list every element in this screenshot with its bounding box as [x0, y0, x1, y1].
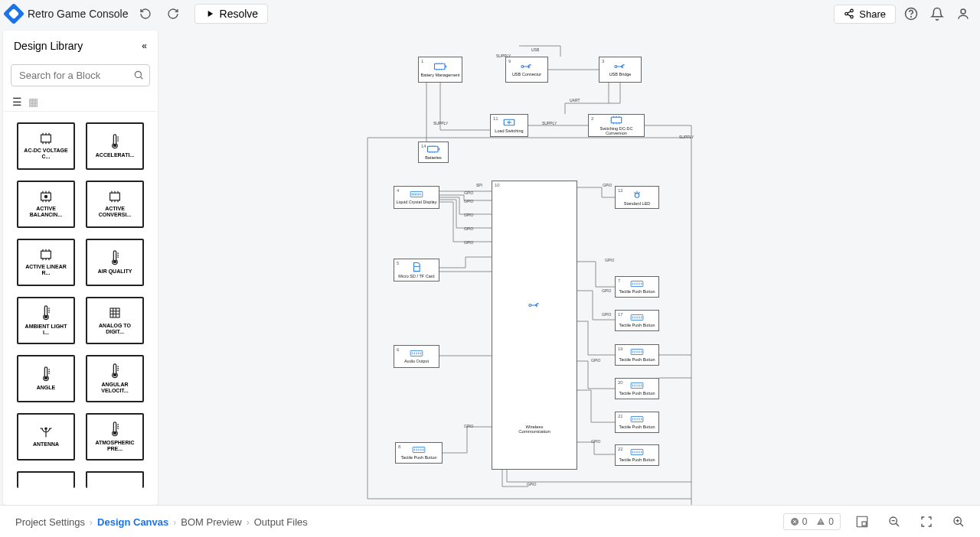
svg-point-21	[521, 66, 524, 68]
zoom-in-button[interactable]	[948, 511, 969, 532]
svg-rect-15	[110, 308, 119, 317]
canvas-node[interactable]: 6Audio Output	[394, 345, 439, 368]
zoom-out-button[interactable]	[884, 511, 905, 532]
breadcrumb-item[interactable]: Output Files	[250, 516, 312, 528]
notifications-button[interactable]	[926, 3, 948, 24]
share-button[interactable]: Share	[834, 5, 896, 24]
canvas-node[interactable]: 20Tactile Push Button	[615, 378, 659, 399]
net-label: SUPPLY	[679, 135, 694, 139]
canvas-node[interactable]: 22Tactile Push Button	[615, 444, 659, 466]
canvas-node[interactable]: 19Tactile Push Button	[615, 344, 659, 366]
sidebar-title: Design Library	[14, 40, 83, 52]
map-button[interactable]	[851, 511, 873, 532]
library-block[interactable]	[17, 471, 75, 488]
library-block[interactable]: AMBIENT LIGHT I...	[17, 297, 75, 344]
usb-icon	[520, 63, 534, 70]
canvas-node[interactable]: 17Tactile Push Button	[615, 310, 659, 331]
undo-button[interactable]	[135, 3, 156, 24]
net-label: UART	[570, 98, 580, 103]
list-view-toggle[interactable]: ☰	[12, 96, 22, 108]
library-block[interactable]: ANGLE	[17, 355, 75, 402]
canvas-node[interactable]: 12Standard LED	[615, 186, 659, 209]
collapse-sidebar-button[interactable]: «	[142, 41, 147, 51]
design-canvas[interactable]: 1Battery Management9USB Connector3USB Br…	[161, 31, 977, 505]
btn-icon	[629, 314, 645, 321]
search-input[interactable]	[11, 64, 150, 86]
battery-icon	[426, 145, 440, 154]
canvas-node[interactable]: 1Battery Management	[418, 57, 462, 83]
svg-point-2	[851, 15, 854, 18]
sensor-icon	[109, 421, 120, 437]
library-block[interactable]: ANTENNA	[17, 413, 75, 461]
canvas-node[interactable]: 4Liquid Crystal Display	[394, 186, 439, 209]
library-block[interactable]: ANGULAR VELOCIT...	[86, 355, 144, 402]
redo-button[interactable]	[162, 3, 184, 24]
svg-point-18	[45, 428, 47, 429]
breadcrumb-item[interactable]: Design Canvas	[93, 516, 173, 528]
btn-icon	[629, 280, 645, 288]
library-block[interactable]: ACTIVE CONVERSI...	[86, 181, 144, 228]
library-block[interactable]	[86, 471, 144, 488]
library-block[interactable]: ATMOSPHERIC PRE...	[86, 413, 144, 461]
help-button[interactable]	[900, 3, 922, 24]
breadcrumb-item[interactable]: Project Settings	[11, 516, 90, 528]
lcd-icon	[409, 190, 424, 198]
library-block[interactable]: ANALOG TO DIGIT...	[86, 297, 144, 344]
chip-icon	[107, 190, 122, 203]
net-label: GPIO	[605, 258, 615, 262]
net-label: GPIO	[602, 312, 612, 317]
library-block[interactable]: AIR QUALITY	[86, 239, 144, 286]
svg-rect-39	[862, 522, 866, 526]
antenna-icon	[38, 426, 54, 438]
library-block[interactable]: ACTIVE BALANCIN...	[17, 181, 75, 228]
svg-point-6	[135, 71, 141, 77]
net-label: GPIO	[602, 288, 612, 293]
error-count[interactable]: 0 0	[783, 513, 841, 530]
canvas-node[interactable]: 2Switching DC-DC Conversion	[588, 114, 645, 137]
svg-point-36	[529, 304, 531, 306]
library-block[interactable]: ACTIVE LINEAR R...	[17, 239, 75, 286]
library-block[interactable]: ACCELERATI...	[86, 122, 144, 170]
svg-rect-11	[110, 194, 120, 201]
fit-button[interactable]	[916, 511, 937, 532]
net-label: GPIO	[603, 183, 612, 187]
sd-icon	[412, 262, 421, 272]
grid-view-toggle[interactable]: ▦	[28, 96, 38, 108]
svg-point-4	[911, 16, 912, 17]
wireless-icon	[528, 301, 541, 309]
sensor-icon	[109, 363, 120, 379]
svg-rect-7	[41, 135, 51, 143]
app-logo[interactable]	[3, 3, 24, 24]
canvas-node-main[interactable]: 10Wireless Communication	[492, 181, 577, 470]
canvas-node[interactable]: 8Tactile Push Button	[395, 442, 443, 464]
canvas-node[interactable]: 14Batteries	[418, 142, 449, 163]
canvas-node[interactable]: 5Micro SD / TF Card	[394, 259, 439, 282]
chip3-icon	[108, 306, 122, 320]
btn-icon	[629, 348, 645, 356]
breadcrumb-item[interactable]: BOM Preview	[176, 516, 246, 528]
canvas-node[interactable]: 7Tactile Push Button	[615, 276, 659, 298]
btn-icon	[629, 382, 645, 389]
canvas-node[interactable]: 21Tactile Push Button	[615, 412, 659, 433]
canvas-node[interactable]: 11Load Switching	[490, 114, 528, 137]
usb-icon	[613, 63, 627, 70]
library-block[interactable]: AC-DC VOLTAGE C...	[17, 122, 75, 170]
svg-point-0	[851, 9, 854, 11]
svg-point-1	[845, 12, 848, 15]
sensor-icon	[41, 305, 51, 321]
svg-point-19	[113, 432, 116, 434]
switch-icon	[502, 118, 516, 127]
canvas-node[interactable]: 9USB Connector	[505, 57, 548, 83]
svg-point-22	[615, 66, 617, 68]
net-label: SUPPLY	[496, 54, 511, 58]
canvas-node[interactable]: 3USB Bridge	[599, 57, 642, 83]
chip-icon	[38, 249, 54, 261]
svg-point-10	[44, 196, 47, 198]
search-icon	[133, 70, 144, 80]
svg-point-14	[44, 316, 47, 318]
net-label: USB	[531, 47, 539, 52]
project-title: Retro Game Console	[28, 8, 129, 20]
resolve-button[interactable]: Resolve	[194, 4, 269, 24]
net-label: GPIO	[464, 190, 474, 195]
account-button[interactable]	[952, 3, 974, 24]
